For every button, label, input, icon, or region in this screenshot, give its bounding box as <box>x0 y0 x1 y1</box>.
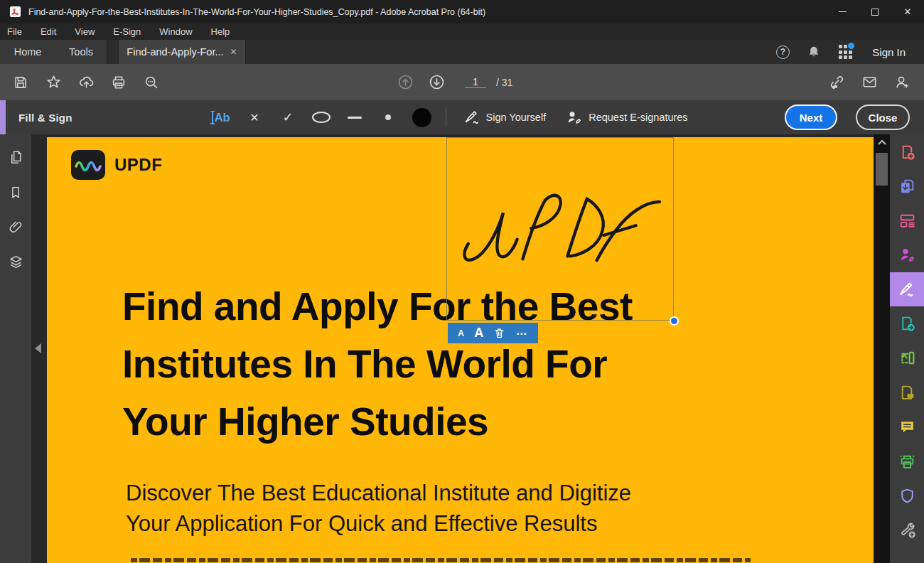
delete-button[interactable] <box>493 327 505 339</box>
text-cursor-icon: Ab <box>212 111 230 124</box>
panel-gutter <box>31 134 47 563</box>
print-button[interactable] <box>102 75 135 90</box>
sign-yourself-button[interactable]: Sign Yourself <box>453 109 557 126</box>
menu-view[interactable]: View <box>65 23 104 40</box>
fill-sign-tool-button[interactable] <box>890 272 924 306</box>
attachments-button[interactable] <box>0 210 31 245</box>
apps-grid-button[interactable] <box>829 44 861 60</box>
scroll-up-button[interactable] <box>874 136 890 149</box>
vertical-scrollbar[interactable] <box>874 134 890 563</box>
next-button[interactable]: Next <box>785 104 837 130</box>
email-button[interactable] <box>853 74 886 90</box>
request-esignatures-button[interactable]: Request E-signatures <box>556 109 697 126</box>
selection-toolbar: A A … <box>448 323 538 343</box>
compare-files-button[interactable] <box>890 375 924 409</box>
request-esignatures-tool-icon <box>898 246 916 264</box>
minimize-button[interactable] <box>826 0 859 23</box>
close-window-button[interactable]: ✕ <box>891 0 924 23</box>
share-cloud-button[interactable] <box>70 74 102 90</box>
pdf-page[interactable]: UPDF Find and Apply For the Best Institu… <box>47 137 874 563</box>
menu-window[interactable]: Window <box>150 23 201 40</box>
document-subtitle: Discover The Best Educational Institute … <box>126 478 631 539</box>
save-button[interactable] <box>4 75 37 90</box>
previous-page-button[interactable] <box>392 74 418 90</box>
maximize-button[interactable] <box>859 0 891 23</box>
sign-yourself-label: Sign Yourself <box>486 112 547 123</box>
next-page-button[interactable] <box>424 74 449 90</box>
scrollbar-thumb[interactable] <box>876 153 888 186</box>
edit-pdf-button[interactable] <box>890 203 924 237</box>
more-options-button[interactable]: … <box>516 325 528 338</box>
check-icon: ✓ <box>282 109 293 125</box>
page-down-icon <box>429 74 445 90</box>
request-esignatures-tool-button[interactable] <box>890 237 924 272</box>
toolbar-separator <box>446 108 446 127</box>
sign-in-button[interactable]: Sign In <box>861 46 914 58</box>
updf-logo: UPDF <box>71 150 162 180</box>
tab-home[interactable]: Home <box>0 40 55 64</box>
menu-help[interactable]: Help <box>202 23 240 40</box>
add-line-tool[interactable] <box>338 117 372 119</box>
more-tools-button[interactable] <box>890 513 924 547</box>
add-filled-dot-tool[interactable] <box>405 108 439 127</box>
tab-document[interactable]: Find-and-Apply-For... ✕ <box>118 40 246 64</box>
convert-pdf-icon <box>898 315 916 333</box>
notification-dot <box>848 43 854 49</box>
main-toolbar: / 31 <box>0 64 924 100</box>
collapse-panel-arrow-icon[interactable] <box>35 343 41 353</box>
resize-handle[interactable] <box>670 316 679 326</box>
page-up-icon <box>397 74 414 90</box>
menu-edit[interactable]: Edit <box>31 23 65 40</box>
signature-selection-box[interactable] <box>446 137 674 321</box>
share-link-button[interactable] <box>820 74 853 90</box>
wrench-plus-icon <box>898 521 916 539</box>
title-bar: Find-and-Apply-For-the-Best-Institutes-I… <box>0 0 924 23</box>
organize-pages-button[interactable] <box>890 341 924 375</box>
tab-document-label: Find-and-Apply-For... <box>127 46 223 58</box>
signature[interactable] <box>457 193 667 273</box>
tab-tools[interactable]: Tools <box>55 40 107 64</box>
page-thumbnails-icon <box>8 149 24 166</box>
tab-bar: Home Tools Find-and-Apply-For... ✕ ? Sig… <box>0 40 924 64</box>
fill-sign-accent <box>0 100 6 134</box>
create-pdf-button[interactable] <box>890 135 924 169</box>
print-production-button[interactable] <box>890 444 924 478</box>
add-text-tool[interactable]: Ab <box>205 111 238 124</box>
protect-pdf-button[interactable] <box>890 478 924 513</box>
pen-icon <box>463 109 480 126</box>
envelope-icon <box>861 74 878 90</box>
maximize-icon <box>871 9 879 16</box>
share-people-button[interactable] <box>886 74 918 90</box>
close-button[interactable]: Close <box>856 104 910 130</box>
comments-button[interactable] <box>890 409 924 444</box>
menu-esign[interactable]: E-Sign <box>104 23 150 40</box>
favorite-button[interactable] <box>37 74 70 90</box>
export-pdf-icon <box>898 178 916 195</box>
export-pdf-button[interactable] <box>890 169 924 203</box>
shield-icon <box>898 487 916 505</box>
add-dot-tool[interactable] <box>372 114 405 120</box>
updf-logo-text: UPDF <box>114 155 162 175</box>
layers-button[interactable] <box>0 245 31 279</box>
window-title: Find-and-Apply-For-the-Best-Institutes-I… <box>28 7 485 17</box>
increase-size-button[interactable]: A <box>474 326 483 341</box>
page-thumbnails-button[interactable] <box>0 140 31 175</box>
filled-dot-icon <box>412 108 431 127</box>
request-signature-icon <box>566 109 583 126</box>
add-cross-tool[interactable]: ✕ <box>238 111 272 124</box>
tab-close-icon[interactable]: ✕ <box>230 47 237 57</box>
add-circle-tool[interactable] <box>305 112 338 123</box>
convert-pdf-button[interactable] <box>890 306 924 341</box>
help-button[interactable]: ? <box>767 45 798 59</box>
search-tools-button[interactable] <box>135 75 168 90</box>
decrease-size-button[interactable]: A <box>458 328 464 338</box>
add-checkmark-tool[interactable]: ✓ <box>272 109 305 125</box>
page-number-input[interactable] <box>465 76 486 88</box>
minimize-icon <box>839 11 847 13</box>
notifications-button[interactable] <box>798 44 829 60</box>
fill-sign-tool-icon <box>898 280 916 299</box>
bookmarks-button[interactable] <box>0 175 31 210</box>
create-pdf-icon <box>898 144 916 161</box>
cloud-upload-icon <box>78 74 95 90</box>
menu-file[interactable]: File <box>0 23 31 40</box>
